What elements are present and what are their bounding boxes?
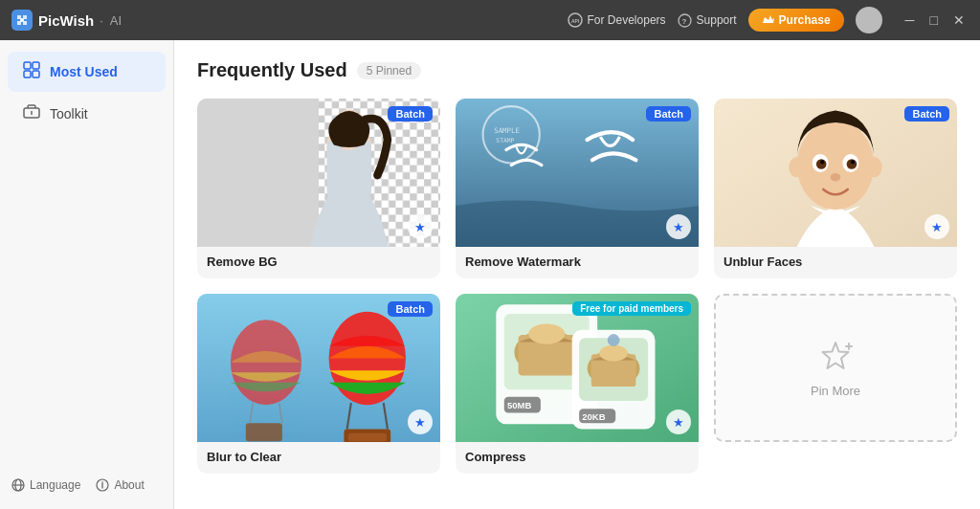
svg-point-31 xyxy=(797,121,874,210)
sidebar-nav: Most Used Toolkit xyxy=(0,50,173,136)
tool-card-remove-bg[interactable]: Batch ★ Remove BG xyxy=(197,99,440,278)
tool-card-pin-more[interactable]: Pin More xyxy=(714,294,957,474)
remove-bg-title: Remove BG xyxy=(197,247,440,278)
svg-text:API: API xyxy=(571,18,580,24)
support-button[interactable]: ? Support xyxy=(678,13,737,28)
blur-to-clear-title: Blur to Clear xyxy=(197,442,440,474)
svg-point-33 xyxy=(866,157,882,177)
language-icon xyxy=(11,478,25,492)
close-button[interactable]: ✕ xyxy=(949,11,969,30)
app-body: Most Used Toolkit xyxy=(0,40,980,509)
maximize-button[interactable]: □ xyxy=(926,11,942,30)
api-icon: API xyxy=(568,12,583,28)
tool-card-compress[interactable]: 50MB 20KB xyxy=(456,294,699,474)
most-used-label: Most Used xyxy=(50,64,118,79)
toolkit-icon xyxy=(23,103,40,124)
remove-bg-batch-badge: Batch xyxy=(388,106,433,122)
svg-point-63 xyxy=(599,345,628,362)
remove-bg-star[interactable]: ★ xyxy=(408,214,433,239)
app-logo: PicWish · AI xyxy=(11,10,122,31)
blur-to-clear-batch-badge: Batch xyxy=(388,301,433,317)
svg-point-64 xyxy=(608,334,620,346)
remove-watermark-image: SAMPLE STAMP Batch ★ xyxy=(456,99,699,247)
remove-watermark-batch-badge: Batch xyxy=(646,106,691,122)
language-button[interactable]: Language xyxy=(11,478,80,492)
tool-card-unblur-faces[interactable]: Batch ★ Unblur Faces xyxy=(714,99,957,278)
svg-point-40 xyxy=(831,173,841,181)
compress-star[interactable]: ★ xyxy=(666,409,691,434)
svg-point-32 xyxy=(789,157,805,177)
unblur-faces-star[interactable]: ★ xyxy=(924,214,949,239)
logo-name: PicWish xyxy=(38,12,94,29)
toolkit-label: Toolkit xyxy=(50,106,88,122)
pin-more-text: Pin More xyxy=(811,384,860,398)
compress-free-badge: Free for paid members xyxy=(572,301,691,316)
svg-point-39 xyxy=(851,160,855,164)
pinned-badge: 5 Pinned xyxy=(357,62,421,79)
support-icon: ? xyxy=(678,13,692,28)
titlebar: PicWish · AI API For Developers ? Suppor… xyxy=(0,0,980,40)
svg-text:50MB: 50MB xyxy=(507,400,532,410)
minimize-button[interactable]: ─ xyxy=(902,11,919,30)
svg-rect-5 xyxy=(24,62,31,69)
tool-card-blur-to-clear[interactable]: Batch ★ Blur to Clear xyxy=(197,294,440,474)
svg-rect-45 xyxy=(246,423,282,441)
logo-icon xyxy=(11,10,33,31)
svg-text:?: ? xyxy=(681,17,686,26)
svg-text:STAMP: STAMP xyxy=(496,137,514,144)
about-button[interactable]: About xyxy=(96,478,144,492)
section-header: Frequently Used 5 Pinned xyxy=(197,59,957,81)
remove-watermark-title: Remove Watermark xyxy=(456,247,699,278)
svg-point-56 xyxy=(528,323,565,343)
svg-rect-8 xyxy=(33,71,39,77)
logo-dot: · xyxy=(100,13,103,28)
sidebar-item-most-used[interactable]: Most Used xyxy=(8,52,166,92)
svg-rect-17 xyxy=(197,99,319,247)
main-content: Frequently Used 5 Pinned xyxy=(174,40,980,509)
compress-title: Compress xyxy=(456,442,699,474)
pin-more-area[interactable]: Pin More xyxy=(714,294,957,442)
svg-text:SAMPLE: SAMPLE xyxy=(494,126,520,135)
unblur-faces-title: Unblur Faces xyxy=(714,247,957,278)
tools-grid: Batch ★ Remove BG xyxy=(197,99,957,474)
svg-text:20KB: 20KB xyxy=(582,411,605,422)
compress-image: 50MB 20KB xyxy=(456,294,699,442)
sidebar-item-toolkit[interactable]: Toolkit xyxy=(8,94,166,134)
tool-card-remove-watermark[interactable]: SAMPLE STAMP Batch ★ Remove Watermark xyxy=(456,99,699,278)
unblur-faces-image: Batch ★ xyxy=(714,99,957,247)
most-used-icon xyxy=(23,61,40,82)
logo-ai: AI xyxy=(110,13,122,28)
svg-point-0 xyxy=(20,18,24,22)
svg-rect-6 xyxy=(33,62,39,69)
info-icon xyxy=(96,478,109,492)
remove-bg-image: Batch ★ xyxy=(197,99,440,247)
purchase-button[interactable]: Purchase xyxy=(748,9,844,32)
titlebar-right: API For Developers ? Support Purchase ─ … xyxy=(568,7,969,33)
blur-to-clear-star[interactable]: ★ xyxy=(408,409,433,434)
sidebar-bottom: Language About xyxy=(0,471,173,499)
sidebar: Most Used Toolkit xyxy=(0,40,174,509)
svg-point-38 xyxy=(820,160,824,164)
pin-more-icon xyxy=(816,338,855,376)
svg-rect-7 xyxy=(24,71,31,77)
unblur-faces-batch-badge: Batch xyxy=(904,106,949,122)
section-title: Frequently Used xyxy=(197,59,347,81)
blur-to-clear-image: Batch ★ xyxy=(197,294,440,442)
avatar[interactable] xyxy=(856,7,882,33)
svg-rect-50 xyxy=(348,433,387,441)
for-developers-button[interactable]: API For Developers xyxy=(568,12,666,28)
crown-icon xyxy=(762,13,775,27)
svg-point-16 xyxy=(102,481,104,483)
window-controls: ─ □ ✕ xyxy=(902,11,969,30)
remove-watermark-star[interactable]: ★ xyxy=(666,214,691,239)
